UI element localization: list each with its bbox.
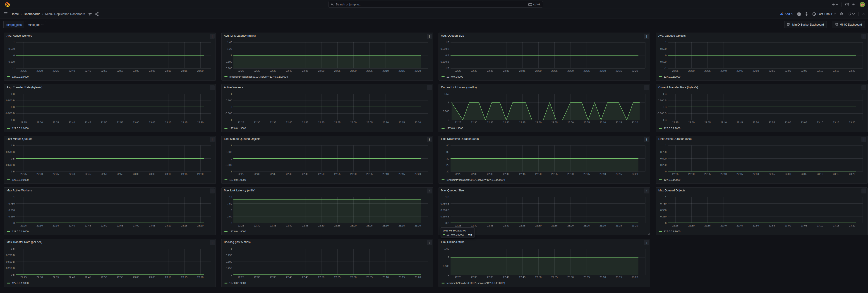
panel-title[interactable]: Last Minute Queued Objects xyxy=(224,137,260,140)
new-menu-button[interactable] xyxy=(832,3,838,6)
grafana-logo-icon[interactable] xyxy=(5,2,10,7)
help-button[interactable] xyxy=(845,2,849,6)
chart-plot[interactable] xyxy=(668,94,863,120)
panel-menu-icon[interactable]: ⋮ xyxy=(644,240,649,245)
legend-label[interactable]: 127.0.0.1:9000 xyxy=(664,178,680,181)
collapse-toolbar-button[interactable] xyxy=(863,13,865,15)
chart-plot[interactable] xyxy=(16,197,211,223)
panel-title[interactable]: Current Link Latency (millis) xyxy=(441,86,477,89)
panel-resize-handle[interactable] xyxy=(648,233,650,235)
panel-menu-icon[interactable]: ⋮ xyxy=(644,34,649,39)
refresh-button[interactable] xyxy=(847,12,855,16)
panel-menu-icon[interactable]: ⋮ xyxy=(210,240,215,245)
chart-plot[interactable] xyxy=(234,94,428,120)
dashboard-settings-button[interactable] xyxy=(805,12,808,16)
panel-menu-icon[interactable]: ⋮ xyxy=(427,85,432,90)
panel-menu-icon[interactable]: ⋮ xyxy=(862,34,866,39)
panel-menu-icon[interactable]: ⋮ xyxy=(210,85,215,90)
chart-plot[interactable] xyxy=(16,249,211,275)
legend-label[interactable]: 127.0.0.1:9000 xyxy=(664,75,680,78)
panel-menu-icon[interactable]: ⋮ xyxy=(427,34,432,39)
legend-label[interactable]: 127.0.0.1:9000 xyxy=(446,75,463,78)
chart-plot[interactable] xyxy=(451,249,645,275)
panel-menu-icon[interactable]: ⋮ xyxy=(210,137,215,142)
panel-menu-icon[interactable]: ⋮ xyxy=(862,137,866,142)
panel-menu-icon[interactable]: ⋮ xyxy=(862,85,866,90)
panel-title[interactable]: Avg. Transfer Rate (bytes/s) xyxy=(6,86,42,89)
panel-menu-icon[interactable]: ⋮ xyxy=(210,189,215,193)
legend-label[interactable]: 127.0.0.1:9000 xyxy=(12,127,29,130)
x-tick-label: 23:10 xyxy=(160,69,176,72)
save-dashboard-button[interactable] xyxy=(797,12,801,16)
chart-plot[interactable] xyxy=(668,42,863,68)
user-avatar[interactable] xyxy=(860,2,865,7)
panel-title[interactable]: Active Workers xyxy=(224,86,243,89)
panel-title[interactable]: Last Minute Queued xyxy=(6,137,32,140)
legend-label[interactable]: 127.0.0.1:9000 xyxy=(12,230,29,233)
chart-plot[interactable] xyxy=(451,94,645,120)
y-tick-label: 1 xyxy=(4,196,15,198)
add-panel-button[interactable]: Add xyxy=(780,12,793,15)
legend-label[interactable]: 127.0.0.1:9000 xyxy=(229,127,246,130)
legend-label[interactable]: 127.0.0.1:9000 xyxy=(664,230,680,233)
chart-plot[interactable] xyxy=(668,145,863,171)
legend-label[interactable]: 127.0.0.1:9000 xyxy=(664,127,680,130)
panel-title[interactable]: Avg. Queued Objects xyxy=(658,34,686,37)
legend-label[interactable]: {endpoint="localhost:9010", server="127.… xyxy=(446,282,505,284)
panel-title[interactable]: Max Queued Size xyxy=(441,189,464,192)
legend-label[interactable]: {endpoint="localhost:9010", server="127.… xyxy=(229,75,288,78)
news-icon[interactable] xyxy=(852,2,856,6)
legend-label[interactable]: {endpoint="localhost:9010", server="127.… xyxy=(446,178,505,181)
panel-title[interactable]: Avg. Queued Size xyxy=(441,34,464,37)
x-tick-label: 22:25 xyxy=(16,121,31,124)
legend-label[interactable]: 127.0.0.1:9000 xyxy=(12,282,29,284)
panel-title[interactable]: Avg. Active Workers xyxy=(6,34,32,37)
chart-plot[interactable] xyxy=(234,42,428,68)
legend-label[interactable]: 127.0.0.1:9000 xyxy=(229,282,246,284)
panel-title[interactable]: Link Downtime Duration (sec) xyxy=(441,137,479,140)
x-tick-label: 23:10 xyxy=(812,224,828,227)
panel-menu-icon[interactable]: ⋮ xyxy=(427,189,432,193)
x-tick-label: 22:45 xyxy=(732,69,748,72)
chart-plot[interactable] xyxy=(234,145,428,171)
chart-plot[interactable] xyxy=(668,197,863,223)
panel-menu-icon[interactable]: ⋮ xyxy=(427,240,432,245)
panel-menu-icon[interactable]: ⋮ xyxy=(862,189,866,193)
chart-plot[interactable] xyxy=(234,249,428,275)
legend-label[interactable]: 127.0.0.1:9000 xyxy=(229,230,246,233)
time-range-picker[interactable]: Last 1 hour xyxy=(812,12,836,16)
chart-plot[interactable] xyxy=(451,42,645,68)
panel-menu-icon[interactable]: ⋮ xyxy=(210,34,215,39)
breadcrumb-dashboards[interactable]: Dashboards xyxy=(24,12,40,15)
mega-menu-toggle[interactable] xyxy=(4,12,7,15)
panel-title[interactable]: Max Transfer Rate (per sec) xyxy=(6,240,42,244)
panel-title[interactable]: Max Active Workers xyxy=(6,189,32,192)
legend-label[interactable]: 127.0.0.1:9000 xyxy=(229,178,246,181)
panel-menu-icon[interactable]: ⋮ xyxy=(644,85,649,90)
chart-plot[interactable] xyxy=(451,145,645,171)
panel-title[interactable]: Backlog (last 5 mins) xyxy=(224,240,251,244)
chart-plot[interactable] xyxy=(16,42,211,68)
panel-title[interactable]: Link Online/Offline xyxy=(441,240,465,244)
panel-title[interactable]: Current Transfer Rate (bytes/s) xyxy=(658,86,698,89)
legend-label[interactable]: 127.0.0.1:9000 xyxy=(12,178,29,181)
panel-title[interactable]: Avg. Link Latency (millis) xyxy=(224,34,256,37)
panel-menu-icon[interactable]: ⋮ xyxy=(644,137,649,142)
panel-title[interactable]: Link Offline Duration (sec) xyxy=(658,137,692,140)
x-tick-label: 22:45 xyxy=(732,173,748,175)
breadcrumb-home[interactable]: Home xyxy=(11,12,19,15)
zoom-out-time-button[interactable] xyxy=(840,12,843,16)
panel-menu-icon[interactable]: ⋮ xyxy=(644,189,649,193)
panel-title[interactable]: Max Link Latency (millis) xyxy=(224,189,255,192)
panel-title[interactable]: Max Queued Objects xyxy=(658,189,685,192)
search-input[interactable]: Search or jump to... ctrl+k xyxy=(328,1,543,8)
chart-plot[interactable] xyxy=(16,145,211,171)
legend-label[interactable]: 127.0.0.1:9000 xyxy=(12,75,29,78)
chart-plot[interactable] xyxy=(16,94,211,120)
share-dashboard-button[interactable] xyxy=(95,12,99,16)
chart-plot[interactable] xyxy=(234,197,428,223)
star-dashboard-button[interactable] xyxy=(88,12,92,16)
panel-menu-icon[interactable]: ⋮ xyxy=(427,137,432,142)
legend-label[interactable]: 127.0.0.1:9000 xyxy=(446,127,463,130)
chart-plot[interactable] xyxy=(451,197,645,223)
